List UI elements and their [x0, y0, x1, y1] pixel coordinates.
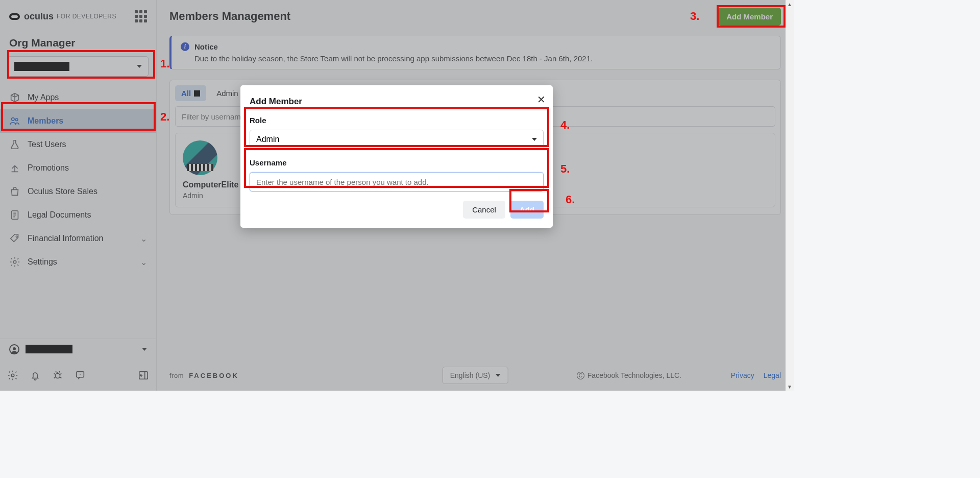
add-button[interactable]: Add: [510, 201, 544, 219]
caret-down-icon: [532, 138, 537, 141]
cancel-button[interactable]: Cancel: [463, 201, 505, 219]
add-member-modal: Add Member ✕ Role Admin Username Cancel …: [240, 85, 553, 228]
vertical-scrollbar[interactable]: ▲ ▼: [786, 0, 794, 391]
username-input[interactable]: [250, 172, 544, 192]
scroll-up-icon[interactable]: ▲: [786, 0, 794, 8]
username-field-label: Username: [250, 158, 544, 167]
close-icon[interactable]: ✕: [537, 93, 546, 106]
modal-title: Add Member: [250, 97, 544, 107]
role-value: Admin: [256, 135, 279, 144]
role-select[interactable]: Admin: [250, 130, 544, 149]
modal-actions: Cancel Add: [250, 201, 544, 219]
role-field-label: Role: [250, 116, 544, 125]
scroll-down-icon[interactable]: ▼: [786, 383, 794, 391]
